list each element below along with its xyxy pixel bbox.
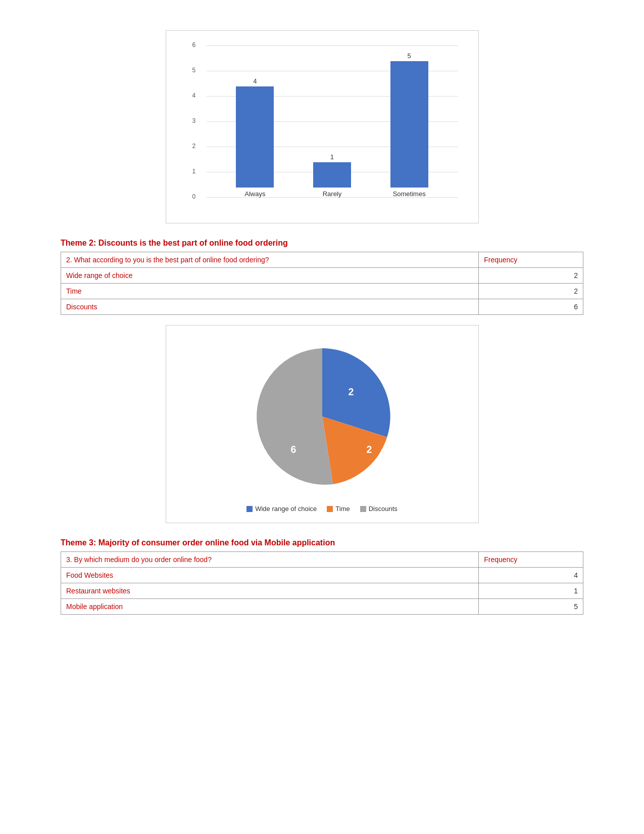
legend-swatch-time (327, 506, 333, 512)
bar-value-sometimes: 5 (408, 52, 411, 60)
bar-group-sometimes: 5 Sometimes (390, 52, 428, 198)
theme3-option-2: Restaurant websites (61, 583, 479, 599)
theme3-table: 3. By which medium do you order online f… (61, 551, 583, 615)
bar-sometimes (390, 61, 428, 188)
pie-legend: Wide range of choice Time Discounts (246, 505, 398, 513)
theme2-option-3: Discounts (61, 299, 479, 315)
theme2-value-3: 6 (479, 299, 583, 315)
theme3-value-2: 1 (479, 583, 583, 599)
y-label-1: 1 (192, 168, 196, 175)
bars-wrapper: 4 Always 1 Rarely 5 Sometimes (207, 46, 458, 198)
bar-always (236, 86, 274, 188)
bar-value-always: 4 (253, 77, 257, 85)
theme3-heading: Theme 3: Majority of consumer order onli… (61, 538, 583, 547)
bar-group-always: 4 Always (236, 77, 274, 198)
y-label-2: 2 (192, 143, 196, 150)
bar-label-rarely: Rarely (323, 190, 342, 198)
theme2-heading: Theme 2: Discounts is the best part of o… (61, 239, 583, 248)
pie-label-wide: 2 (348, 386, 354, 397)
theme2-option-2: Time (61, 284, 479, 299)
theme3-option-1: Food Websites (61, 568, 479, 583)
pie-segment-discounts (257, 348, 333, 485)
theme2-freq-header: Frequency (479, 252, 583, 268)
legend-swatch-wide (246, 506, 253, 512)
pie-label-discounts: 6 (290, 444, 296, 455)
theme3-value-3: 5 (479, 599, 583, 615)
y-label-5: 5 (192, 67, 196, 74)
theme3-value-1: 4 (479, 568, 583, 583)
legend-item-time: Time (327, 505, 350, 513)
bar-label-always: Always (244, 190, 265, 198)
theme2-value-1: 2 (479, 268, 583, 284)
pie-chart-container: 2 2 6 Wide range of choice Time Discount… (166, 325, 479, 523)
theme2-question: 2. What according to you is the best par… (61, 252, 479, 268)
bar-chart: 0 1 2 3 4 5 6 4 (191, 46, 458, 213)
pie-chart-wrapper: 2 2 6 (246, 341, 398, 492)
legend-item-discounts: Discounts (360, 505, 398, 513)
legend-label-wide: Wide range of choice (255, 505, 317, 513)
theme3-question: 3. By which medium do you order online f… (61, 552, 479, 568)
pie-svg: 2 2 6 (246, 341, 398, 492)
legend-item-wide: Wide range of choice (246, 505, 317, 513)
legend-label-discounts: Discounts (369, 505, 398, 513)
pie-label-time: 2 (366, 444, 372, 455)
theme3-option-3: Mobile application (61, 599, 479, 615)
y-label-3: 3 (192, 117, 196, 124)
y-label-4: 4 (192, 92, 196, 99)
bar-chart-container: 0 1 2 3 4 5 6 4 (166, 30, 479, 223)
bar-label-sometimes: Sometimes (393, 190, 426, 198)
theme3-freq-header: Frequency (479, 552, 583, 568)
legend-swatch-discounts (360, 506, 366, 512)
y-label-6: 6 (192, 41, 196, 49)
y-label-0: 0 (192, 193, 196, 200)
theme2-value-2: 2 (479, 284, 583, 299)
legend-label-time: Time (335, 505, 350, 513)
theme2-option-1: Wide range of choice (61, 268, 479, 284)
bar-value-rarely: 1 (330, 153, 334, 161)
y-axis: 0 1 2 3 4 5 6 4 (207, 46, 458, 198)
bar-rarely (313, 162, 351, 188)
theme2-table: 2. What according to you is the best par… (61, 252, 583, 315)
bar-group-rarely: 1 Rarely (313, 153, 351, 198)
